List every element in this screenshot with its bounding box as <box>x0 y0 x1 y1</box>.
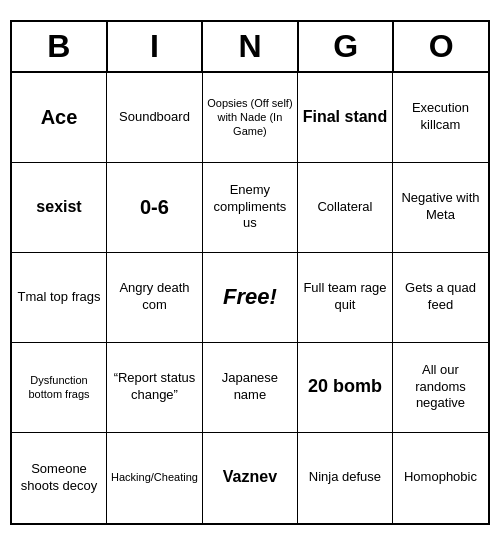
bingo-cell-17[interactable]: Japanese name <box>203 343 298 433</box>
bingo-cell-5[interactable]: sexist <box>12 163 107 253</box>
bingo-cell-0[interactable]: Ace <box>12 73 107 163</box>
bingo-cell-3[interactable]: Final stand <box>298 73 393 163</box>
bingo-cell-6[interactable]: 0-6 <box>107 163 203 253</box>
header-n: N <box>203 22 299 71</box>
bingo-card: B I N G O AceSoundboardOopsies (Off self… <box>10 20 490 525</box>
bingo-cell-12[interactable]: Free! <box>203 253 298 343</box>
bingo-cell-20[interactable]: Someone shoots decoy <box>12 433 107 523</box>
bingo-cell-2[interactable]: Oopsies (Off self) with Nade (In Game) <box>203 73 298 163</box>
bingo-cell-1[interactable]: Soundboard <box>107 73 203 163</box>
header-o: O <box>394 22 488 71</box>
bingo-cell-16[interactable]: “Report status change” <box>107 343 203 433</box>
bingo-cell-21[interactable]: Hacking/Cheating <box>107 433 203 523</box>
bingo-cell-4[interactable]: Execution killcam <box>393 73 488 163</box>
header-b: B <box>12 22 108 71</box>
bingo-cell-15[interactable]: Dysfunction bottom frags <box>12 343 107 433</box>
bingo-grid: AceSoundboardOopsies (Off self) with Nad… <box>12 73 488 523</box>
bingo-cell-10[interactable]: Tmal top frags <box>12 253 107 343</box>
bingo-cell-23[interactable]: Ninja defuse <box>298 433 393 523</box>
bingo-cell-24[interactable]: Homophobic <box>393 433 488 523</box>
bingo-cell-13[interactable]: Full team rage quit <box>298 253 393 343</box>
bingo-header: B I N G O <box>12 22 488 73</box>
bingo-cell-18[interactable]: 20 bomb <box>298 343 393 433</box>
bingo-cell-22[interactable]: Vaznev <box>203 433 298 523</box>
bingo-cell-11[interactable]: Angry death com <box>107 253 203 343</box>
bingo-cell-8[interactable]: Collateral <box>298 163 393 253</box>
bingo-cell-19[interactable]: All our randoms negative <box>393 343 488 433</box>
header-g: G <box>299 22 395 71</box>
bingo-cell-9[interactable]: Negative with Meta <box>393 163 488 253</box>
bingo-cell-14[interactable]: Gets a quad feed <box>393 253 488 343</box>
bingo-cell-7[interactable]: Enemy compliments us <box>203 163 298 253</box>
header-i: I <box>108 22 204 71</box>
